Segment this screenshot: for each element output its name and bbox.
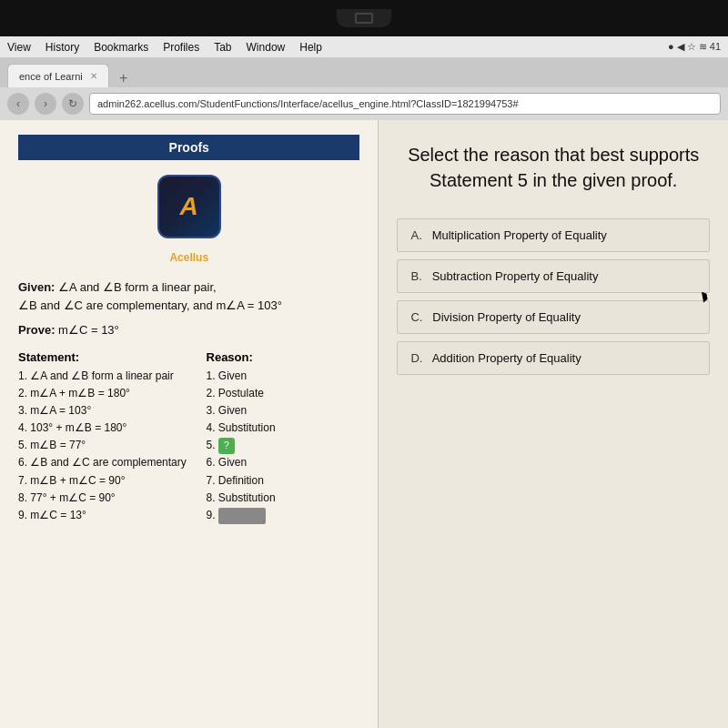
address-bar[interactable]: admin262.acellus.com/StudentFunctions/In… (89, 93, 721, 115)
menu-bar: View History Bookmarks Profiles Tab Wind… (0, 36, 728, 58)
tab-label: ence of Learni (19, 71, 83, 82)
right-panel: Select the reason that best supports Sta… (379, 120, 728, 728)
answer-c-text: Division Property of Equality (432, 310, 581, 324)
cursor-icon (702, 290, 711, 302)
table-row: 2. m∠A + m∠B = 180° 2. Postulate (18, 385, 359, 402)
page-content: Proofs A Acellus Given: ∠A and ∠B form a… (0, 120, 728, 728)
menu-window[interactable]: Window (247, 41, 286, 54)
hidden-answer (218, 508, 266, 524)
table-row: 4. 103° + m∠B = 180° 4. Substitution (18, 420, 359, 437)
menu-profiles[interactable]: Profiles (163, 41, 199, 54)
menu-history[interactable]: History (46, 41, 79, 54)
new-tab-button[interactable]: + (113, 69, 135, 87)
question-text: Select the reason that best supports Sta… (397, 142, 710, 193)
table-row: 7. m∠B + m∠C = 90° 7. Definition (18, 472, 359, 490)
acellus-logo: A (157, 175, 221, 238)
menu-right-icons: ● ◀ ☆ ≋ 41 (668, 41, 721, 53)
logo-letter: A (180, 192, 198, 221)
answer-d-text: Addition Property of Equality (432, 351, 581, 365)
menu-help[interactable]: Help (299, 41, 322, 54)
proof-header: Statement: Reason: (18, 350, 359, 364)
answer-b-text: Subtraction Property of Equality (432, 269, 599, 283)
refresh-button[interactable]: ↻ (62, 93, 84, 115)
given-line1: Given: ∠A and ∠B form a linear pair, (18, 278, 359, 297)
answer-option-b[interactable]: B. Subtraction Property of Equality (397, 259, 710, 293)
table-row: 1. ∠A and ∠B form a linear pair 1. Given (18, 368, 359, 385)
address-text: admin262.acellus.com/StudentFunctions/In… (97, 98, 519, 109)
camera-icon (355, 13, 373, 24)
left-panel: Proofs A Acellus Given: ∠A and ∠B form a… (0, 120, 378, 728)
menu-bookmarks[interactable]: Bookmarks (94, 41, 148, 54)
top-bar (0, 0, 728, 36)
tab-close-icon[interactable]: ✕ (90, 71, 97, 81)
given-line2: ∠B and ∠C are complementary, and m∠A = 1… (18, 297, 359, 315)
table-row: 6. ∠B and ∠C are complementary 6. Given (18, 454, 359, 471)
tab-bar: ence of Learni ✕ + (0, 58, 728, 87)
table-row: 9. m∠C = 13° 9. (18, 507, 359, 524)
answer-placeholder: ? (218, 438, 235, 454)
logo-brand: Acellus (169, 251, 208, 264)
logo-container: A Acellus (18, 175, 359, 264)
answer-option-a[interactable]: A. Multiplication Property of Equality (397, 218, 710, 252)
address-bar-row: ‹ › ↻ admin262.acellus.com/StudentFuncti… (0, 87, 728, 120)
table-row: 8. 77° + m∠C = 90° 8. Substitution (18, 490, 359, 507)
given-section: Given: ∠A and ∠B form a linear pair, ∠B … (18, 278, 359, 339)
camera-bump (337, 9, 391, 27)
menu-tab[interactable]: Tab (214, 41, 231, 54)
answer-option-d[interactable]: D. Addition Property of Equality (397, 341, 710, 375)
back-button[interactable]: ‹ (7, 93, 29, 115)
table-row-5: 5. m∠B = 77° 5. ? (18, 437, 359, 454)
page-header: Proofs (18, 135, 359, 160)
proof-table: Statement: Reason: 1. ∠A and ∠B form a l… (18, 350, 359, 525)
statement-header: Statement: (18, 350, 207, 364)
menu-view[interactable]: View (7, 41, 31, 54)
active-tab[interactable]: ence of Learni ✕ (7, 64, 109, 87)
table-row: 3. m∠A = 103° 3. Given (18, 402, 359, 420)
prove-line: Prove: m∠C = 13° (18, 321, 359, 339)
forward-button[interactable]: › (35, 93, 56, 115)
answer-a-text: Multiplication Property of Equality (432, 228, 607, 242)
reason-header: Reason: (207, 350, 360, 364)
answer-option-c[interactable]: C. Division Property of Equality (397, 300, 710, 334)
wifi-icon: ● ◀ ☆ ≋ 41 (668, 41, 721, 53)
